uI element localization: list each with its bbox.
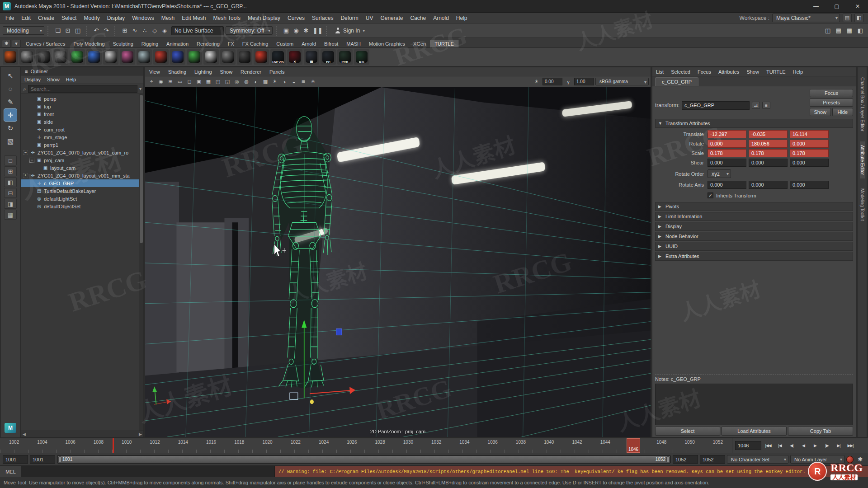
timeline-tick[interactable]: 1002 bbox=[9, 440, 19, 445]
shelf-tab[interactable]: FX Caching bbox=[238, 40, 272, 47]
move-tool[interactable]: ✛ bbox=[4, 109, 17, 121]
outliner-scrollbar[interactable] bbox=[139, 94, 143, 431]
tab-channel-box[interactable]: Channel Box / Layer Editor bbox=[860, 74, 865, 135]
step-forward-key-button[interactable]: |▶ bbox=[821, 441, 833, 450]
timeline-tick[interactable]: 1038 bbox=[516, 440, 526, 445]
expand-toggle[interactable]: − bbox=[23, 150, 28, 155]
vp-resolution-gate-icon[interactable]: ◻ bbox=[185, 77, 194, 86]
timeline-tick[interactable]: 1004 bbox=[37, 440, 47, 445]
vp-wireframe-shaded-icon[interactable]: ◐ bbox=[251, 77, 260, 86]
vp-textured-icon[interactable]: ▩ bbox=[261, 77, 270, 86]
menu-item[interactable]: Edit bbox=[18, 13, 34, 23]
timeline-tick[interactable]: 1024 bbox=[319, 440, 329, 445]
shelf-km-icon[interactable]: Km bbox=[354, 49, 369, 65]
timeline-tick[interactable]: 1026 bbox=[347, 440, 357, 445]
shelf-sphere-dark-icon[interactable] bbox=[36, 49, 52, 65]
shelf-paint-green-icon[interactable] bbox=[70, 49, 85, 65]
value-field-z[interactable]: 0.178 bbox=[790, 149, 829, 157]
ae-node-tab[interactable]: c_GEO_GRP bbox=[655, 77, 698, 86]
command-input[interactable] bbox=[22, 466, 275, 477]
timeline-tick[interactable]: 1032 bbox=[431, 440, 441, 445]
viewport-menu-item[interactable]: View bbox=[145, 67, 164, 76]
select-button[interactable]: Select bbox=[655, 427, 720, 436]
pin-node-icon[interactable]: ≡ bbox=[762, 102, 770, 109]
character-set-dropdown[interactable]: No Character Set ▾ bbox=[727, 455, 788, 464]
section-limit-information[interactable]: ▶ Limit Information bbox=[655, 212, 853, 221]
menu-item[interactable]: Deform bbox=[337, 13, 362, 23]
workspace-lock-icon[interactable]: ◧ bbox=[854, 14, 863, 22]
menu-set-dropdown[interactable]: Modeling ▾ bbox=[3, 26, 44, 35]
layout-persp-outliner[interactable]: ◧ bbox=[4, 177, 17, 187]
shelf-tab[interactable]: Rendering bbox=[193, 40, 224, 47]
shelf-menu-icon[interactable]: ▾ bbox=[12, 40, 21, 47]
shelf-tab[interactable]: Curves / Surfaces bbox=[22, 40, 69, 47]
command-language-label[interactable]: MEL bbox=[0, 466, 22, 477]
redo-icon[interactable]: ↷ bbox=[101, 26, 111, 36]
ae-menu-item[interactable]: Selected bbox=[667, 67, 694, 76]
toggle-channelbox-icon[interactable]: ◫ bbox=[823, 26, 833, 36]
new-scene-icon[interactable]: ❏ bbox=[53, 26, 63, 36]
timeline-tick[interactable]: 1044 bbox=[600, 440, 610, 445]
workspace-layout-icon[interactable]: ◧ bbox=[855, 26, 865, 36]
range-slider-track[interactable]: 1001 1052 bbox=[57, 455, 671, 464]
menu-item[interactable]: UV bbox=[362, 13, 377, 23]
ae-menu-item[interactable]: Attributes bbox=[715, 67, 743, 76]
shelf-gray-box-icon[interactable] bbox=[220, 49, 236, 65]
vp-lights-icon[interactable]: ☀ bbox=[270, 77, 279, 86]
timeline-tick[interactable]: 1050 bbox=[684, 440, 694, 445]
value-field-x[interactable]: 0.178 bbox=[708, 149, 746, 157]
shelf-sphere-half-icon[interactable] bbox=[53, 49, 68, 65]
shelf-tab[interactable]: Arnold bbox=[297, 40, 320, 47]
outliner-item[interactable]: ▣ front bbox=[21, 110, 143, 118]
shelf-boxes-red-icon[interactable] bbox=[153, 49, 169, 65]
timeline-tick[interactable]: 1020 bbox=[262, 440, 272, 445]
shelf-tab[interactable]: FX bbox=[224, 40, 238, 47]
animation-preferences-icon[interactable]: ✱ bbox=[855, 455, 865, 465]
blue-cube[interactable] bbox=[336, 329, 342, 335]
value-field-x[interactable]: 0.000 bbox=[708, 140, 746, 148]
timeline-tick[interactable]: 1012 bbox=[150, 440, 160, 445]
show-button[interactable]: Show bbox=[810, 108, 831, 116]
menu-item[interactable]: Surfaces bbox=[308, 13, 337, 23]
workspace-pin-icon[interactable]: ▤ bbox=[843, 14, 852, 22]
ae-menu-item[interactable]: Help bbox=[789, 67, 807, 76]
timeline-tick[interactable]: 1028 bbox=[375, 440, 385, 445]
timeline-tick[interactable]: 1034 bbox=[459, 440, 469, 445]
auto-keyframe-icon[interactable] bbox=[846, 456, 854, 463]
animation-end-field[interactable] bbox=[700, 455, 725, 464]
open-scene-icon[interactable]: ⊡ bbox=[63, 26, 73, 36]
timeline-tick[interactable]: 1016 bbox=[206, 440, 216, 445]
ipr-render-icon[interactable]: ◉ bbox=[291, 26, 301, 36]
shelf-pc-icon[interactable]: PC bbox=[321, 49, 336, 65]
menu-item[interactable]: Cache bbox=[406, 13, 429, 23]
outliner-item[interactable]: − ▣ proj_cam bbox=[21, 156, 143, 164]
snap-plane-icon[interactable]: ◇ bbox=[150, 26, 160, 36]
timeline-tick[interactable]: 1042 bbox=[572, 440, 582, 445]
rotate-axis-y[interactable]: 0.000 bbox=[749, 181, 788, 189]
current-frame-marker[interactable]: 1046 bbox=[627, 438, 640, 453]
colorspace-dropdown[interactable]: sRGB gamma ▾ bbox=[595, 78, 649, 85]
swap-node-icon[interactable]: ⇄ bbox=[752, 102, 760, 109]
shelf-gear-icon[interactable]: ✱ bbox=[2, 40, 11, 47]
menu-item[interactable]: Select bbox=[58, 13, 80, 23]
menu-item[interactable]: Generate bbox=[377, 13, 406, 23]
playback-end-field[interactable] bbox=[673, 455, 698, 464]
panel-menu-icon[interactable]: ≡ bbox=[25, 69, 28, 74]
shelf-checker-icon[interactable] bbox=[203, 49, 219, 65]
rotate-order-dropdown[interactable]: xyz ▾ bbox=[708, 169, 731, 178]
exposure-field[interactable]: 0.00 bbox=[542, 78, 562, 85]
copy-tab-button[interactable]: Copy Tab bbox=[788, 427, 853, 436]
go-to-start-button[interactable]: |◀◀ bbox=[762, 441, 774, 450]
current-frame-field[interactable] bbox=[735, 441, 761, 450]
minimize-button[interactable]: — bbox=[806, 0, 826, 12]
outliner-item[interactable]: ✛ c_GEO_GRP bbox=[21, 179, 143, 187]
rotate-axis-z[interactable]: 0.000 bbox=[790, 181, 829, 189]
vp-multisample-icon[interactable]: ✳ bbox=[308, 77, 317, 86]
shelf-turtle-render-icon[interactable] bbox=[3, 49, 18, 65]
value-field-x[interactable]: -12.397 bbox=[708, 130, 746, 138]
menu-item[interactable]: Mesh Display bbox=[244, 13, 284, 23]
shelf-shader-cluster-icon[interactable] bbox=[120, 49, 135, 65]
paint-select-tool[interactable]: ✎ bbox=[4, 96, 17, 108]
outliner-item[interactable]: ▣ layout_cam bbox=[21, 164, 143, 172]
timeline-tick[interactable]: 1030 bbox=[403, 440, 413, 445]
